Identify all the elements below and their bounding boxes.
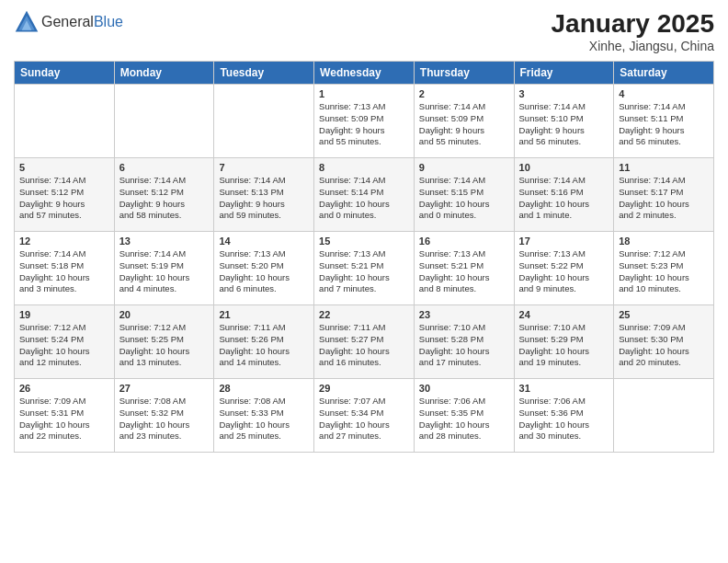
calendar-week-1: 1Sunrise: 7:13 AM Sunset: 5:09 PM Daylig… — [15, 85, 714, 158]
calendar-cell: 24Sunrise: 7:10 AM Sunset: 5:29 PM Dayli… — [514, 305, 614, 379]
header-saturday: Saturday — [614, 62, 714, 85]
day-info: Sunrise: 7:11 AM Sunset: 5:27 PM Dayligh… — [319, 322, 409, 369]
day-info: Sunrise: 7:12 AM Sunset: 5:24 PM Dayligh… — [19, 322, 109, 369]
day-info: Sunrise: 7:14 AM Sunset: 5:15 PM Dayligh… — [419, 175, 509, 222]
day-number: 9 — [419, 162, 509, 173]
day-info: Sunrise: 7:08 AM Sunset: 5:33 PM Dayligh… — [219, 396, 309, 442]
calendar-cell: 22Sunrise: 7:11 AM Sunset: 5:27 PM Dayli… — [314, 305, 415, 379]
day-number: 22 — [319, 309, 409, 320]
month-title: January 2025 — [552, 9, 714, 39]
day-info: Sunrise: 7:14 AM Sunset: 5:14 PM Dayligh… — [319, 175, 409, 222]
header-sunday: Sunday — [15, 62, 115, 85]
calendar-cell: 18Sunrise: 7:12 AM Sunset: 5:23 PM Dayli… — [614, 232, 714, 305]
calendar-header-row: Sunday Monday Tuesday Wednesday Thursday… — [15, 62, 714, 85]
day-number: 18 — [619, 236, 709, 247]
day-number: 2 — [419, 88, 509, 99]
calendar-cell: 3Sunrise: 7:14 AM Sunset: 5:10 PM Daylig… — [514, 85, 614, 158]
day-info: Sunrise: 7:14 AM Sunset: 5:17 PM Dayligh… — [619, 175, 709, 222]
calendar-week-2: 5Sunrise: 7:14 AM Sunset: 5:12 PM Daylig… — [15, 158, 714, 232]
day-number: 14 — [219, 236, 309, 247]
calendar-cell — [114, 85, 214, 158]
header-friday: Friday — [514, 62, 614, 85]
calendar-cell: 8Sunrise: 7:14 AM Sunset: 5:14 PM Daylig… — [314, 158, 415, 232]
calendar-cell: 25Sunrise: 7:09 AM Sunset: 5:30 PM Dayli… — [614, 305, 714, 379]
calendar-cell: 28Sunrise: 7:08 AM Sunset: 5:33 PM Dayli… — [214, 379, 314, 453]
day-number: 21 — [219, 309, 309, 320]
day-number: 16 — [419, 236, 509, 247]
calendar-cell: 10Sunrise: 7:14 AM Sunset: 5:16 PM Dayli… — [514, 158, 614, 232]
day-number: 23 — [419, 309, 509, 320]
day-info: Sunrise: 7:07 AM Sunset: 5:34 PM Dayligh… — [319, 396, 409, 442]
day-number: 10 — [519, 162, 609, 173]
day-info: Sunrise: 7:13 AM Sunset: 5:21 PM Dayligh… — [419, 248, 509, 295]
calendar-table: Sunday Monday Tuesday Wednesday Thursday… — [14, 61, 714, 453]
header-monday: Monday — [114, 62, 214, 85]
calendar-cell: 15Sunrise: 7:13 AM Sunset: 5:21 PM Dayli… — [314, 232, 415, 305]
calendar-container: GeneralBlue January 2025 Xinhe, Jiangsu,… — [0, 0, 728, 563]
day-number: 5 — [19, 162, 109, 173]
day-number: 25 — [619, 309, 709, 320]
header-thursday: Thursday — [414, 62, 514, 85]
calendar-cell: 30Sunrise: 7:06 AM Sunset: 5:35 PM Dayli… — [414, 379, 514, 453]
day-number: 13 — [119, 236, 210, 247]
day-info: Sunrise: 7:06 AM Sunset: 5:36 PM Dayligh… — [519, 396, 609, 442]
day-number: 17 — [519, 236, 609, 247]
day-info: Sunrise: 7:14 AM Sunset: 5:19 PM Dayligh… — [119, 248, 210, 295]
day-info: Sunrise: 7:14 AM Sunset: 5:16 PM Dayligh… — [519, 175, 609, 222]
calendar-cell: 9Sunrise: 7:14 AM Sunset: 5:15 PM Daylig… — [414, 158, 514, 232]
day-number: 29 — [319, 383, 409, 394]
day-number: 19 — [19, 309, 109, 320]
title-block: January 2025 Xinhe, Jiangsu, China — [552, 9, 714, 53]
day-number: 6 — [119, 162, 210, 173]
calendar-cell: 1Sunrise: 7:13 AM Sunset: 5:09 PM Daylig… — [314, 85, 415, 158]
day-info: Sunrise: 7:14 AM Sunset: 5:09 PM Dayligh… — [419, 101, 509, 148]
day-info: Sunrise: 7:09 AM Sunset: 5:30 PM Dayligh… — [619, 322, 709, 369]
header-wednesday: Wednesday — [314, 62, 415, 85]
logo-general: General — [41, 14, 94, 29]
day-number: 12 — [19, 236, 109, 247]
day-info: Sunrise: 7:14 AM Sunset: 5:13 PM Dayligh… — [219, 175, 309, 222]
calendar-cell: 16Sunrise: 7:13 AM Sunset: 5:21 PM Dayli… — [414, 232, 514, 305]
calendar-cell — [214, 85, 314, 158]
calendar-cell: 14Sunrise: 7:13 AM Sunset: 5:20 PM Dayli… — [214, 232, 314, 305]
logo: GeneralBlue — [14, 9, 123, 35]
calendar-cell: 17Sunrise: 7:13 AM Sunset: 5:22 PM Dayli… — [514, 232, 614, 305]
day-number: 31 — [519, 383, 609, 394]
day-info: Sunrise: 7:11 AM Sunset: 5:26 PM Dayligh… — [219, 322, 309, 369]
day-number: 24 — [519, 309, 609, 320]
calendar-week-5: 26Sunrise: 7:09 AM Sunset: 5:31 PM Dayli… — [15, 379, 714, 453]
day-info: Sunrise: 7:14 AM Sunset: 5:18 PM Dayligh… — [19, 248, 109, 295]
day-info: Sunrise: 7:06 AM Sunset: 5:35 PM Dayligh… — [419, 396, 509, 442]
day-info: Sunrise: 7:09 AM Sunset: 5:31 PM Dayligh… — [19, 396, 109, 442]
calendar-cell: 11Sunrise: 7:14 AM Sunset: 5:17 PM Dayli… — [614, 158, 714, 232]
day-number: 26 — [19, 383, 109, 394]
header-tuesday: Tuesday — [214, 62, 314, 85]
day-number: 11 — [619, 162, 709, 173]
header: GeneralBlue January 2025 Xinhe, Jiangsu,… — [14, 9, 714, 53]
calendar-cell: 12Sunrise: 7:14 AM Sunset: 5:18 PM Dayli… — [15, 232, 115, 305]
day-info: Sunrise: 7:14 AM Sunset: 5:12 PM Dayligh… — [19, 175, 109, 222]
location-title: Xinhe, Jiangsu, China — [552, 39, 714, 53]
calendar-cell: 26Sunrise: 7:09 AM Sunset: 5:31 PM Dayli… — [15, 379, 115, 453]
day-info: Sunrise: 7:14 AM Sunset: 5:12 PM Dayligh… — [119, 175, 210, 222]
calendar-cell: 20Sunrise: 7:12 AM Sunset: 5:25 PM Dayli… — [114, 305, 214, 379]
day-info: Sunrise: 7:13 AM Sunset: 5:09 PM Dayligh… — [319, 101, 409, 148]
day-info: Sunrise: 7:12 AM Sunset: 5:23 PM Dayligh… — [619, 248, 709, 295]
day-info: Sunrise: 7:12 AM Sunset: 5:25 PM Dayligh… — [119, 322, 210, 369]
calendar-week-3: 12Sunrise: 7:14 AM Sunset: 5:18 PM Dayli… — [15, 232, 714, 305]
day-number: 15 — [319, 236, 409, 247]
calendar-cell — [614, 379, 714, 453]
day-info: Sunrise: 7:13 AM Sunset: 5:22 PM Dayligh… — [519, 248, 609, 295]
day-number: 8 — [319, 162, 409, 173]
day-number: 27 — [119, 383, 210, 394]
day-info: Sunrise: 7:10 AM Sunset: 5:28 PM Dayligh… — [419, 322, 509, 369]
day-number: 4 — [619, 88, 709, 99]
calendar-cell: 19Sunrise: 7:12 AM Sunset: 5:24 PM Dayli… — [15, 305, 115, 379]
calendar-cell: 21Sunrise: 7:11 AM Sunset: 5:26 PM Dayli… — [214, 305, 314, 379]
day-number: 30 — [419, 383, 509, 394]
calendar-cell: 7Sunrise: 7:14 AM Sunset: 5:13 PM Daylig… — [214, 158, 314, 232]
day-info: Sunrise: 7:14 AM Sunset: 5:10 PM Dayligh… — [519, 101, 609, 148]
calendar-cell: 23Sunrise: 7:10 AM Sunset: 5:28 PM Dayli… — [414, 305, 514, 379]
day-number: 1 — [319, 88, 409, 99]
day-info: Sunrise: 7:14 AM Sunset: 5:11 PM Dayligh… — [619, 101, 709, 148]
